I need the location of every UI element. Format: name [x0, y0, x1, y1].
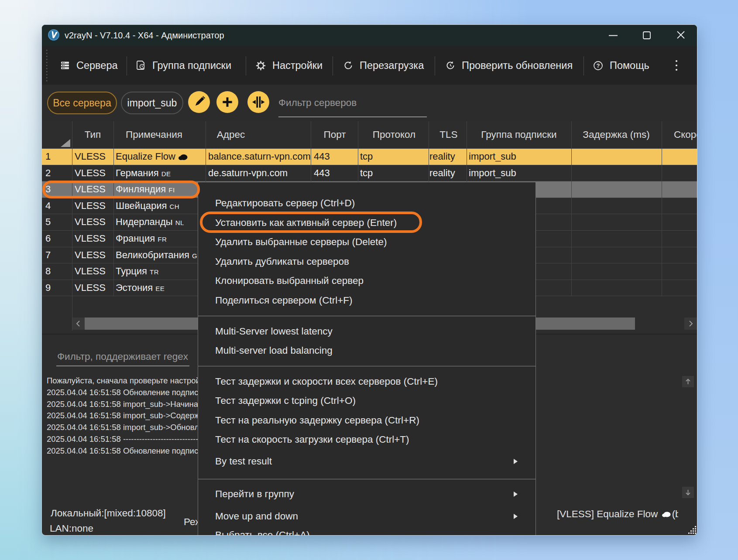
svg-text:?: ? [597, 62, 600, 69]
